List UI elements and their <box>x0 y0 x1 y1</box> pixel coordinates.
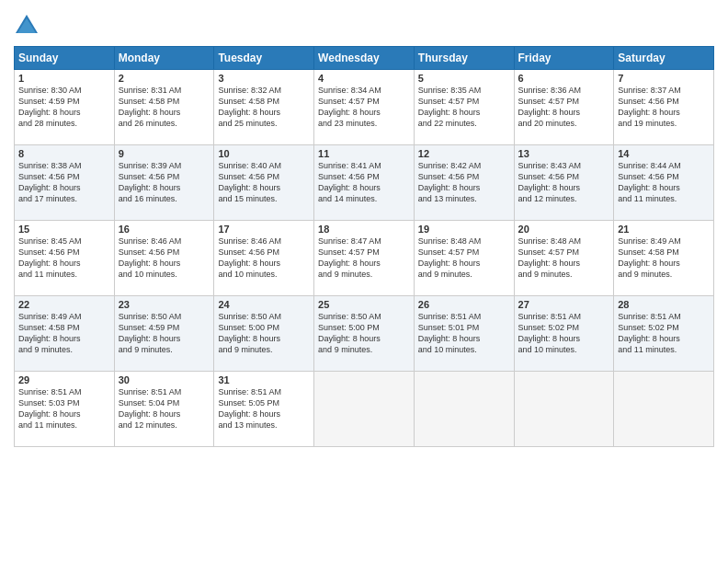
day-number: 19 <box>418 224 510 235</box>
day-info: Sunrise: 8:51 AM Sunset: 5:03 PM Dayligh… <box>18 386 110 431</box>
day-number: 28 <box>618 299 710 310</box>
calendar-day-6: 6Sunrise: 8:36 AM Sunset: 4:57 PM Daylig… <box>514 70 614 145</box>
day-number: 7 <box>618 73 710 84</box>
day-info: Sunrise: 8:40 AM Sunset: 4:56 PM Dayligh… <box>218 160 310 205</box>
calendar-week-5: 29Sunrise: 8:51 AM Sunset: 5:03 PM Dayli… <box>15 372 714 447</box>
calendar-day-27: 27Sunrise: 8:51 AM Sunset: 5:02 PM Dayli… <box>514 296 614 372</box>
day-info: Sunrise: 8:46 AM Sunset: 4:56 PM Dayligh… <box>119 236 210 281</box>
weekday-header-monday: Monday <box>114 47 214 70</box>
day-info: Sunrise: 8:48 AM Sunset: 4:57 PM Dayligh… <box>418 236 510 281</box>
day-number: 29 <box>18 374 110 385</box>
day-number: 27 <box>518 299 610 310</box>
day-number: 31 <box>218 374 310 385</box>
empty-cell <box>314 372 415 447</box>
weekday-header-thursday: Thursday <box>414 47 514 70</box>
day-number: 17 <box>218 224 310 235</box>
weekday-header-row: SundayMondayTuesdayWednesdayThursdayFrid… <box>15 47 714 70</box>
day-info: Sunrise: 8:32 AM Sunset: 4:58 PM Dayligh… <box>218 85 310 130</box>
day-number: 22 <box>18 299 110 310</box>
day-number: 3 <box>218 73 310 84</box>
calendar-day-24: 24Sunrise: 8:50 AM Sunset: 5:00 PM Dayli… <box>214 296 314 372</box>
page-container: SundayMondayTuesdayWednesdayThursdayFrid… <box>0 0 728 563</box>
calendar-day-22: 22Sunrise: 8:49 AM Sunset: 4:58 PM Dayli… <box>15 296 115 372</box>
day-info: Sunrise: 8:51 AM Sunset: 5:01 PM Dayligh… <box>418 311 510 356</box>
day-number: 21 <box>618 224 710 235</box>
day-number: 13 <box>518 148 610 159</box>
calendar-day-18: 18Sunrise: 8:47 AM Sunset: 4:57 PM Dayli… <box>314 221 415 296</box>
day-info: Sunrise: 8:51 AM Sunset: 5:02 PM Dayligh… <box>518 311 610 356</box>
weekday-header-friday: Friday <box>514 47 614 70</box>
day-number: 24 <box>218 299 310 310</box>
calendar-day-4: 4Sunrise: 8:34 AM Sunset: 4:57 PM Daylig… <box>314 70 415 145</box>
day-info: Sunrise: 8:50 AM Sunset: 5:00 PM Dayligh… <box>318 311 410 356</box>
day-info: Sunrise: 8:49 AM Sunset: 4:58 PM Dayligh… <box>18 311 110 356</box>
day-info: Sunrise: 8:34 AM Sunset: 4:57 PM Dayligh… <box>318 85 410 130</box>
calendar-day-2: 2Sunrise: 8:31 AM Sunset: 4:58 PM Daylig… <box>114 70 214 145</box>
calendar-day-14: 14Sunrise: 8:44 AM Sunset: 4:56 PM Dayli… <box>614 145 714 221</box>
day-info: Sunrise: 8:43 AM Sunset: 4:56 PM Dayligh… <box>518 160 610 205</box>
day-info: Sunrise: 8:36 AM Sunset: 4:57 PM Dayligh… <box>518 85 610 130</box>
calendar-day-9: 9Sunrise: 8:39 AM Sunset: 4:56 PM Daylig… <box>114 145 214 221</box>
day-info: Sunrise: 8:47 AM Sunset: 4:57 PM Dayligh… <box>318 236 410 281</box>
calendar-day-5: 5Sunrise: 8:35 AM Sunset: 4:57 PM Daylig… <box>414 70 514 145</box>
day-number: 20 <box>518 224 610 235</box>
calendar-day-15: 15Sunrise: 8:45 AM Sunset: 4:56 PM Dayli… <box>15 221 115 296</box>
calendar-day-13: 13Sunrise: 8:43 AM Sunset: 4:56 PM Dayli… <box>514 145 614 221</box>
day-info: Sunrise: 8:49 AM Sunset: 4:58 PM Dayligh… <box>618 236 710 281</box>
day-number: 5 <box>418 73 510 84</box>
day-number: 8 <box>18 148 110 159</box>
weekday-header-tuesday: Tuesday <box>214 47 314 70</box>
day-info: Sunrise: 8:41 AM Sunset: 4:56 PM Dayligh… <box>318 160 410 205</box>
day-number: 6 <box>518 73 610 84</box>
calendar-week-1: 1Sunrise: 8:30 AM Sunset: 4:59 PM Daylig… <box>15 70 714 145</box>
day-info: Sunrise: 8:38 AM Sunset: 4:56 PM Dayligh… <box>18 160 110 205</box>
day-info: Sunrise: 8:44 AM Sunset: 4:56 PM Dayligh… <box>618 160 710 205</box>
day-info: Sunrise: 8:37 AM Sunset: 4:56 PM Dayligh… <box>618 85 710 130</box>
day-number: 16 <box>119 224 210 235</box>
day-number: 15 <box>18 224 110 235</box>
calendar-day-8: 8Sunrise: 8:38 AM Sunset: 4:56 PM Daylig… <box>15 145 115 221</box>
calendar-day-23: 23Sunrise: 8:50 AM Sunset: 4:59 PM Dayli… <box>114 296 214 372</box>
day-number: 18 <box>318 224 410 235</box>
logo-icon <box>14 13 40 39</box>
day-info: Sunrise: 8:45 AM Sunset: 4:56 PM Dayligh… <box>18 236 110 281</box>
day-number: 12 <box>418 148 510 159</box>
calendar-day-25: 25Sunrise: 8:50 AM Sunset: 5:00 PM Dayli… <box>314 296 415 372</box>
day-info: Sunrise: 8:30 AM Sunset: 4:59 PM Dayligh… <box>18 85 110 130</box>
calendar-day-20: 20Sunrise: 8:48 AM Sunset: 4:57 PM Dayli… <box>514 221 614 296</box>
day-info: Sunrise: 8:35 AM Sunset: 4:57 PM Dayligh… <box>418 85 510 130</box>
calendar-week-2: 8Sunrise: 8:38 AM Sunset: 4:56 PM Daylig… <box>15 145 714 221</box>
empty-cell <box>414 372 514 447</box>
day-info: Sunrise: 8:39 AM Sunset: 4:56 PM Dayligh… <box>119 160 210 205</box>
day-number: 26 <box>418 299 510 310</box>
day-number: 25 <box>318 299 410 310</box>
calendar-day-1: 1Sunrise: 8:30 AM Sunset: 4:59 PM Daylig… <box>15 70 115 145</box>
calendar-day-21: 21Sunrise: 8:49 AM Sunset: 4:58 PM Dayli… <box>614 221 714 296</box>
calendar-day-29: 29Sunrise: 8:51 AM Sunset: 5:03 PM Dayli… <box>15 372 115 447</box>
day-info: Sunrise: 8:50 AM Sunset: 5:00 PM Dayligh… <box>218 311 310 356</box>
logo <box>14 13 43 39</box>
day-info: Sunrise: 8:46 AM Sunset: 4:56 PM Dayligh… <box>218 236 310 281</box>
day-number: 4 <box>318 73 410 84</box>
day-info: Sunrise: 8:51 AM Sunset: 5:04 PM Dayligh… <box>119 386 210 431</box>
calendar-table: SundayMondayTuesdayWednesdayThursdayFrid… <box>14 46 714 447</box>
day-number: 10 <box>218 148 310 159</box>
calendar-day-11: 11Sunrise: 8:41 AM Sunset: 4:56 PM Dayli… <box>314 145 415 221</box>
weekday-header-saturday: Saturday <box>614 47 714 70</box>
day-number: 2 <box>119 73 210 84</box>
day-info: Sunrise: 8:51 AM Sunset: 5:05 PM Dayligh… <box>218 386 310 431</box>
empty-cell <box>614 372 714 447</box>
weekday-header-sunday: Sunday <box>15 47 115 70</box>
empty-cell <box>514 372 614 447</box>
day-number: 23 <box>119 299 210 310</box>
day-number: 1 <box>18 73 110 84</box>
calendar-day-12: 12Sunrise: 8:42 AM Sunset: 4:56 PM Dayli… <box>414 145 514 221</box>
day-number: 30 <box>119 374 210 385</box>
calendar-day-30: 30Sunrise: 8:51 AM Sunset: 5:04 PM Dayli… <box>114 372 214 447</box>
day-info: Sunrise: 8:50 AM Sunset: 4:59 PM Dayligh… <box>119 311 210 356</box>
day-info: Sunrise: 8:42 AM Sunset: 4:56 PM Dayligh… <box>418 160 510 205</box>
calendar-day-7: 7Sunrise: 8:37 AM Sunset: 4:56 PM Daylig… <box>614 70 714 145</box>
calendar-week-4: 22Sunrise: 8:49 AM Sunset: 4:58 PM Dayli… <box>15 296 714 372</box>
day-number: 14 <box>618 148 710 159</box>
weekday-header-wednesday: Wednesday <box>314 47 415 70</box>
